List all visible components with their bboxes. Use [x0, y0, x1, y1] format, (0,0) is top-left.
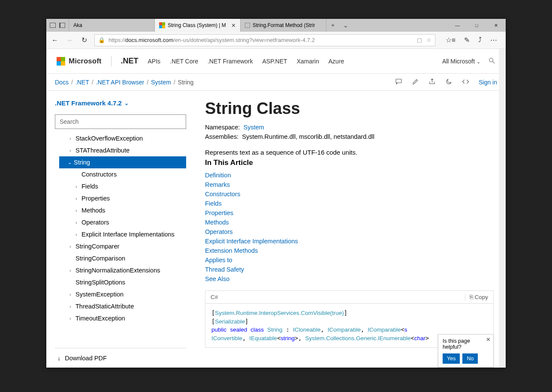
toc-link[interactable]: Fields — [205, 199, 494, 208]
nav-apis[interactable]: APIs — [148, 58, 161, 65]
toc-link[interactable]: Methods — [205, 218, 494, 227]
crumb-current: String — [178, 79, 194, 86]
feedback-yes-button[interactable]: Yes — [443, 353, 460, 364]
forward-button[interactable]: → — [65, 36, 74, 44]
all-microsoft-menu[interactable]: All Microsoft ⌄ — [442, 58, 480, 65]
tree-item-label: StringComparer — [75, 243, 119, 250]
tab-aka[interactable]: Aka — [69, 19, 155, 32]
tree-item[interactable]: Constructors — [55, 168, 186, 180]
tree-item[interactable]: ›Fields — [55, 180, 186, 192]
toc-link[interactable]: Operators — [205, 227, 494, 236]
nav-netframework[interactable]: .NET Framework — [208, 58, 253, 65]
url-text: https://docs.microsoft.com/en-us/dotnet/… — [109, 37, 315, 43]
favorites-icon[interactable]: ☆≡ — [446, 36, 455, 44]
version-selector[interactable]: .NET Framework 4.7.2⌄ — [55, 99, 186, 107]
tab-title: Aka — [73, 22, 82, 28]
search-icon[interactable] — [488, 57, 495, 66]
comments-icon[interactable] — [395, 78, 402, 87]
share-icon[interactable]: ⤴ — [478, 36, 482, 44]
browser-window: Aka String Class (System) | M ✕ String.F… — [46, 19, 506, 368]
close-tab-icon[interactable]: ✕ — [231, 22, 236, 29]
tree-item[interactable]: ›Operators — [55, 216, 186, 228]
close-popup-icon[interactable]: ✕ — [486, 336, 491, 343]
tree-item-label: SystemException — [75, 291, 124, 298]
feedback-no-button[interactable]: No — [462, 353, 478, 364]
vertical-scrollbar[interactable] — [499, 49, 506, 368]
microsoft-logo[interactable]: Microsoft — [57, 57, 102, 66]
favorite-star-icon[interactable]: ☆ — [426, 37, 431, 43]
notes-icon[interactable]: ✎ — [464, 36, 470, 44]
toc-link[interactable]: Properties — [205, 208, 494, 218]
toc-link[interactable]: Applies to — [205, 255, 494, 265]
code-icon[interactable] — [462, 78, 469, 87]
crumb-api-browser[interactable]: .NET API Browser — [96, 79, 145, 86]
tree-item[interactable]: ›StringComparer — [55, 240, 186, 252]
crumb-docs[interactable]: Docs — [55, 79, 69, 86]
copy-button[interactable]: ⎘ Copy — [465, 294, 488, 300]
toc-link[interactable]: Remarks — [205, 180, 494, 189]
maximize-button[interactable]: □ — [467, 19, 486, 32]
toc-link[interactable]: Constructors — [205, 189, 494, 199]
chevron-right-icon: › — [75, 196, 81, 201]
crumb-dotnet[interactable]: .NET — [75, 79, 89, 86]
tree-item[interactable]: ›Properties — [55, 192, 186, 204]
close-window-button[interactable]: ✕ — [486, 19, 506, 32]
edit-icon[interactable] — [412, 78, 419, 87]
tree-item[interactable]: ›ThreadStaticAttribute — [55, 300, 186, 312]
url-box[interactable]: 🔒 https://docs.microsoft.com/en-us/dotne… — [94, 34, 435, 46]
nav-tree: ›StackOverflowException›STAThreadAttribu… — [55, 132, 186, 348]
product-name[interactable]: .NET — [121, 57, 139, 66]
toc-link[interactable]: See Also — [205, 274, 494, 284]
more-icon[interactable]: ⋯ — [490, 36, 497, 44]
page-title: String Class — [205, 99, 494, 118]
tree-item-label: Explicit Interface Implementations — [81, 231, 175, 238]
feedback-popup: ✕ Is this page helpful? Yes No — [438, 334, 494, 368]
toc-list: DefinitionRemarksConstructorsFieldsPrope… — [205, 171, 494, 284]
nav-netcore[interactable]: .NET Core — [170, 58, 198, 65]
tab-set-aside[interactable] — [46, 19, 69, 32]
tab-string-class[interactable]: String Class (System) | M ✕ — [155, 19, 241, 32]
tree-item[interactable]: ⌄String — [59, 156, 186, 168]
share-page-icon[interactable] — [428, 78, 436, 87]
download-pdf-link[interactable]: ↓ Download PDF — [55, 348, 186, 368]
toc-link[interactable]: Definition — [205, 171, 494, 180]
tabs-menu-button[interactable]: ⌄ — [339, 19, 352, 32]
tree-item[interactable]: ›StackOverflowException — [55, 132, 186, 144]
tree-item-label: ThreadStaticAttribute — [75, 303, 134, 310]
new-tab-button[interactable]: ＋ — [326, 19, 339, 32]
tree-item-label: Fields — [81, 183, 98, 190]
namespace-link[interactable]: System — [243, 124, 264, 131]
tree-item[interactable]: ›Methods — [55, 204, 186, 216]
tree-item[interactable]: ›StringNormalizationExtensions — [55, 264, 186, 276]
refresh-button[interactable]: ↻ — [80, 36, 88, 44]
tree-item[interactable]: StringSplitOptions — [55, 276, 186, 288]
tree-item[interactable]: StringComparison — [55, 252, 186, 264]
chevron-right-icon: › — [69, 148, 75, 153]
tree-item-label: Methods — [81, 207, 106, 214]
crumb-system[interactable]: System — [151, 79, 171, 86]
minimize-button[interactable]: — — [448, 19, 467, 32]
tab-title: String Class (System) | M — [168, 22, 226, 28]
tab-string-format[interactable]: String.Format Method (Strir — [241, 19, 326, 32]
sign-in-link[interactable]: Sign in — [479, 79, 497, 86]
svg-rect-2 — [396, 79, 401, 83]
nav-aspnet[interactable]: ASP.NET — [262, 58, 287, 65]
toc-link[interactable]: Thread Safety — [205, 265, 494, 274]
back-button[interactable]: ← — [51, 36, 59, 44]
tree-item-label: STAThreadAttribute — [75, 147, 130, 154]
assemblies-row: Assemblies: System.Runtime.dll, mscorlib… — [205, 133, 494, 140]
tree-item[interactable]: ›SystemException — [55, 288, 186, 300]
reading-view-icon[interactable]: ▢ — [417, 37, 422, 43]
tree-item[interactable]: ›TimeoutException — [55, 312, 186, 324]
tree-item[interactable]: ›Explicit Interface Implementations — [55, 228, 186, 240]
toc-link[interactable]: Extension Methods — [205, 246, 494, 255]
nav-azure[interactable]: Azure — [329, 58, 344, 65]
namespace-row: Namespace: System — [205, 124, 494, 131]
dark-mode-icon[interactable] — [445, 78, 452, 87]
sidebar-search-input[interactable]: Search — [55, 114, 186, 129]
nav-xamarin[interactable]: Xamarin — [297, 58, 319, 65]
description: Represents text as a sequence of UTF-16 … — [205, 149, 494, 156]
toc-link[interactable]: Explicit Interface Implementations — [205, 236, 494, 246]
tree-item[interactable]: ›STAThreadAttribute — [55, 144, 186, 156]
download-icon: ↓ — [57, 355, 60, 362]
